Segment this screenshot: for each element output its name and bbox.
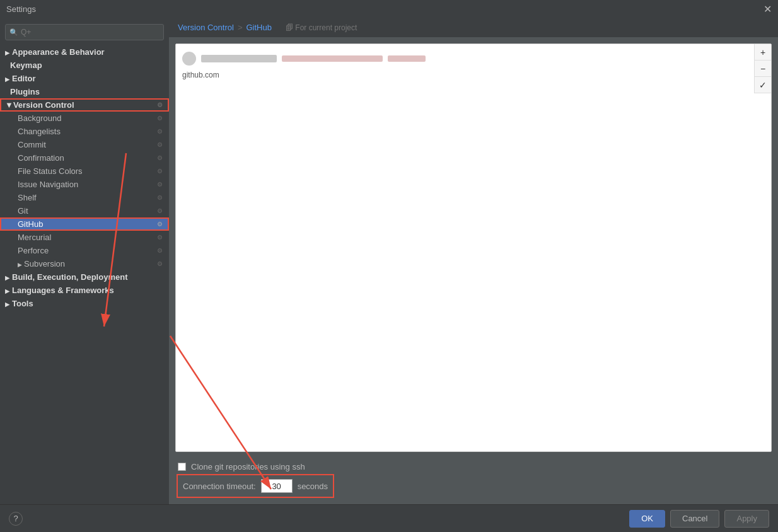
sidebar-item-tools[interactable]: ▶Tools — [0, 297, 169, 310]
panel-actions: + − ✓ — [754, 44, 771, 93]
sidebar-item-languages[interactable]: ▶Languages & Frameworks — [0, 284, 169, 297]
search-input[interactable] — [21, 28, 160, 37]
search-icon: 🔍 — [9, 28, 18, 37]
settings-icon-pe: ⚙ — [157, 247, 163, 254]
sidebar-item-confirmation[interactable]: Confirmation ⚙ — [0, 151, 169, 165]
remove-account-button[interactable]: − — [755, 61, 771, 77]
clone-ssh-checkbox[interactable] — [178, 463, 186, 471]
account-email-blur — [282, 55, 383, 62]
settings-icon-bg: ⚙ — [157, 115, 163, 122]
search-box[interactable]: 🔍 — [5, 24, 164, 40]
cancel-button[interactable]: Cancel — [670, 510, 719, 528]
account-name-blur — [201, 55, 277, 62]
timeout-label: Connection timeout: — [183, 482, 256, 491]
settings-icon-cm: ⚙ — [157, 141, 163, 148]
content-area: github.com + − ✓ Clone git repositories … — [169, 37, 778, 504]
check-button[interactable]: ✓ — [755, 77, 771, 93]
sidebar-item-perforce[interactable]: Perforce ⚙ — [0, 244, 169, 257]
sidebar-item-filestatuscolors[interactable]: File Status Colors ⚙ — [0, 165, 169, 178]
sidebar-item-subversion[interactable]: ▶Subversion ⚙ — [0, 257, 169, 270]
settings-icon-gh: ⚙ — [157, 221, 163, 228]
help-button[interactable]: ? — [9, 512, 23, 526]
close-icon[interactable]: ✕ — [763, 3, 772, 15]
sidebar-item-mercurial[interactable]: Mercurial ⚙ — [0, 231, 169, 244]
breadcrumb-project: 🗐 For current project — [286, 23, 357, 32]
sidebar-item-appearance[interactable]: ▶Appearance & Behavior — [0, 45, 169, 59]
clone-ssh-label: Clone git repositories using ssh — [191, 462, 305, 471]
sidebar-item-versioncontrol[interactable]: ▼Version Control ⚙ — [0, 98, 169, 112]
sidebar-item-plugins[interactable]: Plugins — [0, 85, 169, 98]
sidebar-item-shelf[interactable]: Shelf ⚙ — [0, 191, 169, 204]
sidebar-item-git[interactable]: Git ⚙ — [0, 204, 169, 217]
settings-icon-me: ⚙ — [157, 234, 163, 241]
settings-icon-fs: ⚙ — [157, 168, 163, 175]
settings-icon-in: ⚙ — [157, 181, 163, 188]
breadcrumb-separator: > — [238, 23, 243, 32]
sidebar-item-issuenavigation[interactable]: Issue Navigation ⚙ — [0, 178, 169, 191]
footer-buttons: OK Cancel Apply — [629, 510, 769, 528]
breadcrumb: Version Control > GitHub 🗐 For current p… — [169, 18, 778, 37]
settings-icon-git: ⚙ — [157, 207, 163, 214]
sidebar-item-keymap[interactable]: Keymap — [0, 59, 169, 72]
sidebar: 🔍 ▶Appearance & Behavior Keymap ▶Editor … — [0, 18, 169, 504]
sidebar-item-changelists[interactable]: Changelists ⚙ — [0, 125, 169, 138]
apply-button[interactable]: Apply — [724, 510, 769, 528]
settings-icon: ⚙ — [157, 101, 163, 108]
avatar — [182, 52, 196, 66]
sidebar-item-commit[interactable]: Commit ⚙ — [0, 138, 169, 151]
sidebar-item-background[interactable]: Background ⚙ — [0, 112, 169, 125]
settings-icon-cl: ⚙ — [157, 128, 163, 135]
timeout-input[interactable] — [261, 479, 293, 493]
accounts-panel: github.com + − ✓ — [175, 43, 772, 452]
sidebar-item-github[interactable]: GitHub ⚙ — [0, 217, 169, 231]
title-bar: Settings ✕ — [0, 0, 778, 18]
settings-icon-sh: ⚙ — [157, 194, 163, 201]
breadcrumb-current: GitHub — [246, 23, 271, 32]
account-tag-blur — [388, 55, 426, 62]
clone-row: Clone git repositories using ssh — [178, 462, 769, 471]
footer: ? OK Cancel Apply — [0, 504, 778, 532]
sidebar-item-editor[interactable]: ▶Editor — [0, 72, 169, 85]
settings-icon-cn: ⚙ — [157, 154, 163, 161]
settings-icon-sv: ⚙ — [157, 260, 163, 267]
add-account-button[interactable]: + — [755, 44, 771, 61]
sidebar-item-build[interactable]: ▶Build, Execution, Deployment — [0, 270, 169, 284]
document-icon: 🗐 — [286, 23, 293, 32]
account-url: github.com — [181, 68, 766, 82]
timeout-unit: seconds — [298, 482, 328, 491]
timeout-row: Connection timeout: seconds — [180, 478, 330, 494]
bottom-options: Clone git repositories using ssh Connect… — [175, 458, 772, 498]
breadcrumb-parent[interactable]: Version Control — [178, 23, 234, 32]
ok-button[interactable]: OK — [629, 510, 665, 528]
account-row — [181, 49, 766, 68]
main-content: Version Control > GitHub 🗐 For current p… — [169, 18, 778, 504]
accounts-list: github.com — [176, 44, 771, 87]
title-bar-title: Settings — [6, 4, 36, 14]
